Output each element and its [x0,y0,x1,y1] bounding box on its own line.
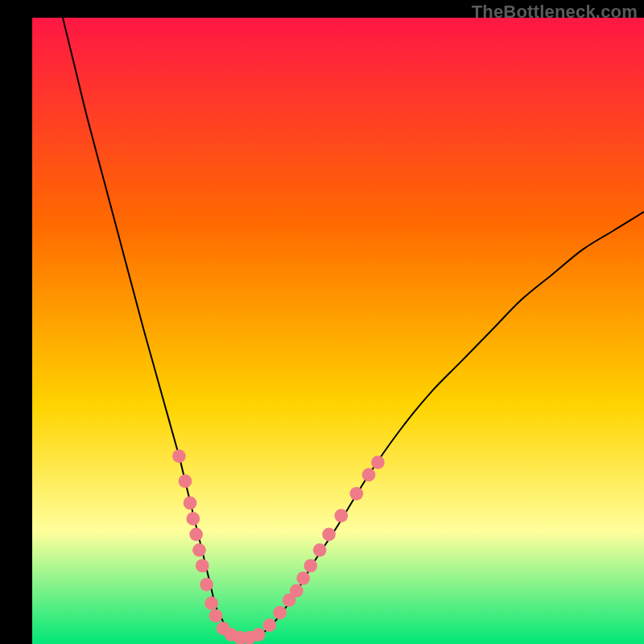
curve-marker [184,497,197,510]
curve-marker [296,572,310,585]
curve-marker [273,606,287,620]
chart-frame: TheBottleneck.com [0,0,644,644]
curve-marker [209,609,223,623]
curve-marker [362,469,376,482]
bottleneck-chart [32,18,644,644]
curve-marker [263,618,277,632]
curve-marker [252,628,266,642]
plot-area [32,18,644,644]
curve-marker [349,487,363,501]
curve-marker [179,474,192,488]
curve-marker [196,559,209,572]
curve-marker [172,449,186,463]
curve-marker [371,456,385,469]
curve-marker [322,527,336,541]
curve-marker [204,597,218,610]
curve-marker [192,543,206,557]
curve-marker [313,543,327,557]
curve-marker [189,527,203,541]
curve-marker [200,578,213,592]
gradient-background [32,18,644,644]
curve-marker [303,559,317,572]
curve-marker [334,509,348,522]
curve-marker [290,584,303,598]
curve-marker [187,512,200,526]
watermark-text: TheBottleneck.com [472,2,638,23]
